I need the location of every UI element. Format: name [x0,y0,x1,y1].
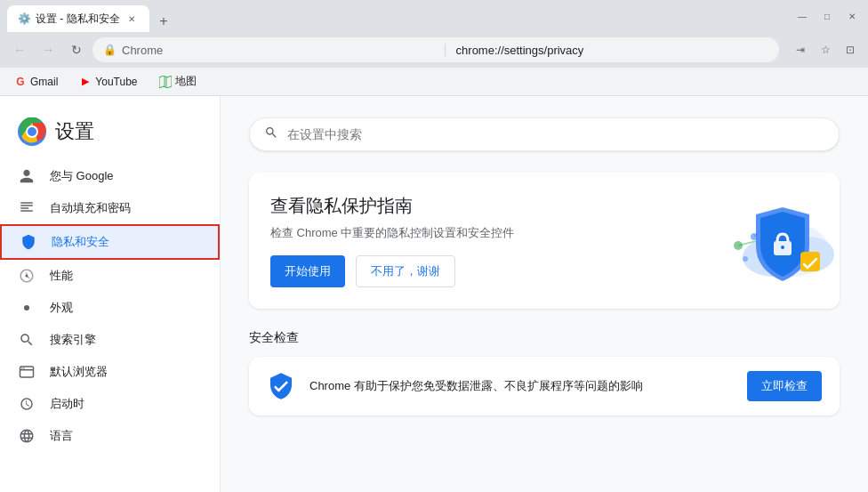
sidebar-item-autofill[interactable]: 自动填充和密码 [0,192,220,224]
bookmark-gmail[interactable]: G Gmail [7,72,65,92]
url-actions: ⇥ ☆ ⊡ [790,39,861,60]
tab-strip: ⚙️ 设置 - 隐私和安全 ✕ + [7,0,793,32]
svg-marker-1 [164,76,167,88]
no-thanks-button[interactable]: 不用了，谢谢 [356,255,455,287]
sidebar-item-browser-label: 默认浏览器 [50,364,108,380]
bookmarks-bar: G Gmail ▶ YouTube 地图 [0,68,868,96]
svg-point-10 [21,367,23,369]
sidebar-item-google-label: 您与 Google [50,168,114,184]
content-area: 查看隐私保护指南 检查 Chrome 中重要的隐私控制设置和安全控件 开始使用 … [221,96,868,492]
sidebar-item-appearance[interactable]: 外观 [0,292,220,324]
title-bar: ⚙️ 设置 - 隐私和安全 ✕ + — □ ✕ [0,0,868,32]
browser-icon [18,363,36,381]
sidebar-logo: 设置 [0,110,220,160]
gmail-icon: G [14,76,27,88]
svg-point-16 [781,246,784,249]
address-bar: ← → ↻ 🔒 Chrome | chrome://settings/priva… [0,32,868,68]
youtube-icon: ▶ [79,76,92,88]
close-button[interactable]: ✕ [843,7,861,25]
sidebar-item-startup-label: 启动时 [50,396,84,412]
svg-point-7 [24,305,29,311]
maps-icon [159,76,172,88]
card-content: 查看隐私保护指南 检查 Chrome 中重要的隐私控制设置和安全控件 开始使用 … [270,194,697,287]
lock-icon: 🔒 [103,44,117,56]
svg-point-11 [23,367,25,369]
bookmark-gmail-label: Gmail [30,76,58,88]
refresh-button[interactable]: ↻ [64,37,89,62]
card-description: 检查 Chrome 中重要的隐私控制设置和安全控件 [270,225,697,241]
bookmark-youtube[interactable]: ▶ YouTube [72,72,144,92]
browser-frame: ⚙️ 设置 - 隐私和安全 ✕ + — □ ✕ ← → ↻ 🔒 Chrome |… [0,0,868,492]
language-icon [18,427,36,445]
svg-rect-17 [800,252,820,271]
startup-icon [18,395,36,413]
bookmark-youtube-label: YouTube [95,76,137,88]
bookmark-button[interactable]: ☆ [815,39,836,60]
sidebar-item-browser[interactable]: 默认浏览器 [0,356,220,388]
tab-favicon: ⚙️ [18,12,30,25]
appearance-icon [18,299,36,317]
share-button[interactable]: ⇥ [790,39,811,60]
new-tab-button[interactable]: + [153,11,174,32]
url-separator: | [443,42,446,58]
url-brand: Chrome [122,44,434,57]
svg-point-20 [743,256,748,262]
svg-point-6 [26,275,28,278]
safety-section-heading: 安全检查 [249,330,840,346]
maximize-button[interactable]: □ [818,7,836,25]
chrome-logo-icon [18,117,46,146]
minimize-button[interactable]: — [793,7,811,25]
privacy-shield-icon [20,233,37,251]
search-icon [264,125,278,143]
tab-close-button[interactable]: ✕ [125,12,139,26]
extensions-button[interactable]: ⊡ [840,39,861,60]
svg-point-5 [28,127,36,136]
sidebar-item-google[interactable]: 您与 Google [0,160,220,192]
window-controls: — □ ✕ [793,7,861,25]
settings-search-bar[interactable] [249,117,840,151]
autofill-icon [18,199,36,217]
url-bar[interactable]: 🔒 Chrome | chrome://settings/privacy [92,37,779,62]
tab-title: 设置 - 隐私和安全 [36,12,121,27]
bookmark-maps[interactable]: 地图 [152,70,204,93]
settings-title: 设置 [55,118,94,145]
sidebar-item-appearance-label: 外观 [50,300,73,316]
sidebar: 设置 您与 Google 自动填充和密码 隐私和安全 [0,96,221,492]
sidebar-item-privacy[interactable]: 隐私和安全 [0,224,220,260]
google-icon [18,167,36,185]
sidebar-item-performance[interactable]: 性能 [0,260,220,292]
active-tab[interactable]: ⚙️ 设置 - 隐私和安全 ✕ [7,5,149,32]
performance-icon [18,267,36,285]
sidebar-item-language[interactable]: 语言 [0,420,220,452]
privacy-illustration [711,197,818,286]
sidebar-item-language-label: 语言 [50,428,73,444]
back-button[interactable]: ← [7,37,32,62]
sidebar-item-autofill-label: 自动填充和密码 [50,200,131,216]
privacy-guide-card: 查看隐私保护指南 检查 Chrome 中重要的隐私控制设置和安全控件 开始使用 … [249,173,840,309]
main-area: 设置 您与 Google 自动填充和密码 隐私和安全 [0,96,868,492]
check-now-button[interactable]: 立即检查 [747,371,822,401]
forward-button[interactable]: → [36,37,60,62]
sidebar-item-search[interactable]: 搜索引擎 [0,324,220,356]
sidebar-item-search-label: 搜索引擎 [50,332,96,348]
safety-shield-icon [267,372,295,400]
sidebar-item-privacy-label: 隐私和安全 [52,234,109,250]
url-path: chrome://settings/privacy [456,44,768,57]
bookmark-maps-label: 地图 [175,74,197,89]
safety-card-text: Chrome 有助于保护您免受数据泄露、不良扩展程序等问题的影响 [309,378,733,394]
settings-search-input[interactable] [287,127,824,141]
safety-check-card: Chrome 有助于保护您免受数据泄露、不良扩展程序等问题的影响 立即检查 [249,357,840,415]
sidebar-item-startup[interactable]: 启动时 [0,388,220,420]
card-title: 查看隐私保护指南 [270,194,697,218]
sidebar-item-performance-label: 性能 [50,268,73,284]
card-buttons: 开始使用 不用了，谢谢 [270,255,697,287]
start-button[interactable]: 开始使用 [270,255,345,287]
search-engine-icon [18,331,36,349]
